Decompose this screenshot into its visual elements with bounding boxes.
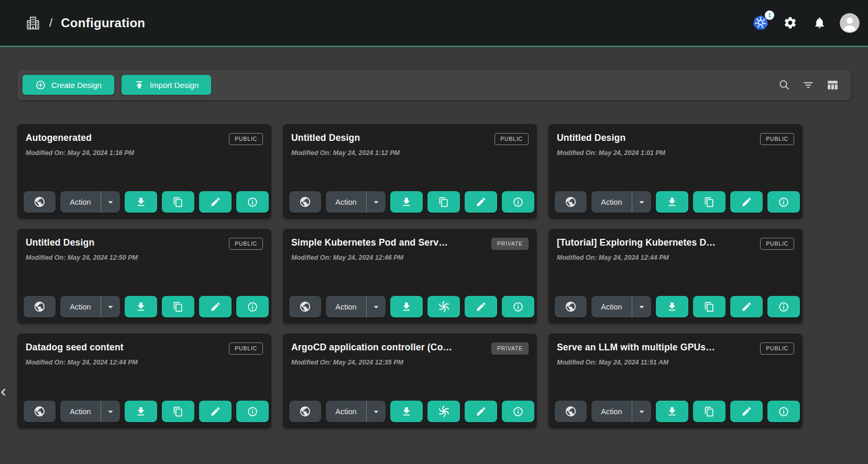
edit-button[interactable] bbox=[730, 401, 763, 422]
chevron-down-icon bbox=[636, 196, 647, 208]
visibility-globe-button[interactable] bbox=[289, 401, 321, 422]
action-dropdown[interactable] bbox=[632, 296, 651, 317]
edit-button[interactable] bbox=[199, 401, 232, 422]
info-button[interactable] bbox=[502, 191, 534, 213]
action-button[interactable]: Action bbox=[326, 191, 386, 213]
info-button[interactable] bbox=[236, 191, 269, 213]
download-button[interactable] bbox=[125, 191, 157, 213]
user-avatar[interactable] bbox=[840, 13, 860, 33]
globe-icon bbox=[34, 196, 46, 208]
download-button[interactable] bbox=[390, 401, 423, 422]
settings-button[interactable] bbox=[781, 14, 799, 32]
download-button[interactable] bbox=[656, 191, 688, 213]
action-button[interactable]: Action bbox=[60, 296, 120, 317]
import-design-button[interactable]: Import Design bbox=[122, 75, 211, 95]
pattern-button[interactable] bbox=[427, 401, 460, 422]
filter-button[interactable] bbox=[801, 78, 815, 92]
design-card[interactable]: Simple Kubernetes Pod and Serv… PRIVATE … bbox=[283, 229, 537, 324]
info-button[interactable] bbox=[767, 296, 800, 317]
info-button[interactable] bbox=[767, 191, 800, 213]
action-dropdown[interactable] bbox=[366, 401, 386, 422]
visibility-globe-button[interactable] bbox=[24, 401, 56, 422]
action-button[interactable]: Action bbox=[326, 401, 386, 422]
edit-button[interactable] bbox=[199, 296, 232, 317]
download-button[interactable] bbox=[656, 401, 688, 422]
action-button[interactable]: Action bbox=[591, 296, 651, 317]
info-button[interactable] bbox=[502, 401, 534, 422]
chevron-down-icon bbox=[370, 301, 382, 313]
download-button[interactable] bbox=[125, 401, 157, 422]
info-button[interactable] bbox=[236, 296, 269, 317]
download-button[interactable] bbox=[125, 296, 157, 317]
visibility-globe-button[interactable] bbox=[24, 191, 56, 213]
design-card[interactable]: Untitled Design PUBLIC Modified On: May … bbox=[17, 229, 271, 324]
download-button[interactable] bbox=[390, 191, 423, 213]
design-title: Untitled Design bbox=[26, 237, 94, 248]
card-action-bar: Action bbox=[24, 191, 265, 213]
modified-date: Modified On: May 24, 2024 12:46 PM bbox=[291, 254, 529, 261]
clone-button[interactable] bbox=[162, 296, 194, 317]
action-button[interactable]: Action bbox=[60, 191, 120, 213]
visibility-globe-button[interactable] bbox=[555, 191, 587, 213]
action-button-label: Action bbox=[60, 407, 101, 416]
action-dropdown[interactable] bbox=[632, 401, 651, 422]
download-button[interactable] bbox=[656, 296, 688, 317]
clone-button[interactable] bbox=[693, 296, 726, 317]
kubernetes-context-button[interactable]: 1 bbox=[752, 14, 770, 32]
edit-button[interactable] bbox=[199, 191, 232, 213]
action-dropdown[interactable] bbox=[101, 401, 120, 422]
chevron-down-icon bbox=[370, 196, 382, 208]
visibility-globe-button[interactable] bbox=[289, 191, 321, 213]
design-card[interactable]: Datadog seed content PUBLIC Modified On:… bbox=[17, 334, 271, 428]
action-button[interactable]: Action bbox=[326, 296, 386, 317]
action-button[interactable]: Action bbox=[591, 191, 651, 213]
edit-button[interactable] bbox=[730, 191, 763, 213]
chevron-down-icon bbox=[370, 406, 382, 417]
card-action-bar: Action bbox=[24, 296, 265, 317]
action-dropdown[interactable] bbox=[366, 191, 386, 213]
table-view-button[interactable] bbox=[826, 78, 839, 92]
pattern-icon bbox=[438, 405, 450, 417]
context-count-badge: 1 bbox=[765, 10, 774, 20]
sidebar-collapse-chevron[interactable]: ‹ bbox=[1, 382, 6, 399]
visibility-globe-button[interactable] bbox=[24, 296, 56, 317]
action-button[interactable]: Action bbox=[60, 401, 120, 422]
action-dropdown[interactable] bbox=[632, 191, 651, 213]
design-card[interactable]: Untitled Design PUBLIC Modified On: May … bbox=[548, 124, 803, 219]
notifications-button[interactable] bbox=[810, 14, 828, 32]
action-dropdown[interactable] bbox=[101, 296, 120, 317]
edit-button[interactable] bbox=[465, 401, 497, 422]
clone-icon bbox=[704, 302, 715, 312]
design-card[interactable]: [Tutorial] Exploring Kubernetes D… PUBLI… bbox=[548, 229, 803, 324]
action-dropdown[interactable] bbox=[366, 296, 386, 317]
card-header: ArgoCD application controller (Co… PRIVA… bbox=[291, 342, 529, 355]
info-button[interactable] bbox=[767, 401, 800, 422]
design-card[interactable]: Autogenerated PUBLIC Modified On: May 24… bbox=[17, 124, 271, 219]
pattern-button[interactable] bbox=[427, 296, 460, 317]
visibility-globe-button[interactable] bbox=[555, 296, 587, 317]
design-card[interactable]: ArgoCD application controller (Co… PRIVA… bbox=[283, 334, 537, 428]
design-card[interactable]: Serve an LLM with multiple GPUs… PUBLIC … bbox=[548, 334, 803, 428]
visibility-badge: PUBLIC bbox=[229, 133, 263, 145]
clone-button[interactable] bbox=[427, 191, 460, 213]
search-button[interactable] bbox=[777, 78, 791, 92]
clone-button[interactable] bbox=[693, 191, 726, 213]
visibility-globe-button[interactable] bbox=[555, 401, 587, 422]
action-button[interactable]: Action bbox=[591, 401, 651, 422]
action-dropdown[interactable] bbox=[101, 191, 120, 213]
edit-button[interactable] bbox=[465, 296, 497, 317]
organization-building-icon[interactable] bbox=[25, 15, 41, 31]
edit-button[interactable] bbox=[730, 296, 763, 317]
download-button[interactable] bbox=[390, 296, 423, 317]
chevron-down-icon bbox=[105, 196, 116, 208]
visibility-globe-button[interactable] bbox=[289, 296, 321, 317]
clone-button[interactable] bbox=[693, 401, 726, 422]
edit-button[interactable] bbox=[465, 191, 497, 213]
design-card[interactable]: Untitled Design PUBLIC Modified On: May … bbox=[283, 124, 537, 219]
info-button[interactable] bbox=[502, 296, 534, 317]
visibility-badge: PUBLIC bbox=[495, 133, 529, 145]
create-design-button[interactable]: Create Design bbox=[23, 75, 114, 95]
clone-button[interactable] bbox=[162, 401, 194, 422]
info-button[interactable] bbox=[236, 401, 269, 422]
clone-button[interactable] bbox=[162, 191, 194, 213]
